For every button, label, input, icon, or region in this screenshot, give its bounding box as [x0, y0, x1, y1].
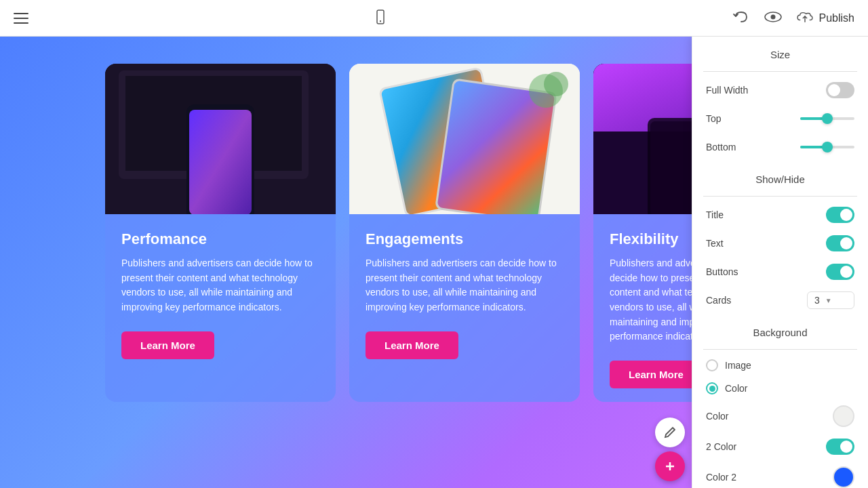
top-slider[interactable]: [800, 117, 854, 120]
size-divider: [703, 71, 857, 72]
undo-icon[interactable]: [732, 9, 750, 27]
svg-rect-9: [189, 110, 252, 214]
card-2-title: Engagements: [366, 230, 564, 248]
color2-row: Color 2: [692, 461, 868, 488]
full-width-row: Full Width: [692, 76, 868, 104]
cards-dropdown[interactable]: 3 ▼: [807, 291, 854, 309]
buttons-label: Buttons: [706, 266, 738, 277]
bg-image-radio[interactable]: [706, 359, 718, 371]
publish-button[interactable]: Publish: [796, 10, 854, 26]
two-color-row: 2 Color: [692, 432, 868, 461]
card-2-learn-more[interactable]: Learn More: [366, 331, 458, 359]
buttons-toggle[interactable]: [826, 264, 854, 280]
card-3-learn-more[interactable]: Learn More: [610, 361, 703, 388]
card-2-body: Engagements Publishers and advertisers c…: [349, 214, 580, 373]
add-fab[interactable]: [655, 451, 685, 481]
top-slider-thumb[interactable]: [822, 113, 833, 124]
bg-image-row[interactable]: Image: [692, 354, 868, 377]
two-color-toggle-thumb: [840, 441, 852, 453]
size-section-title: Size: [692, 37, 868, 67]
background-divider: [703, 349, 857, 350]
bg-image-label: Image: [725, 360, 751, 371]
color2-swatch[interactable]: [833, 466, 854, 488]
text-toggle-thumb: [840, 237, 852, 249]
background-section-title: Background: [692, 314, 868, 345]
card-2-image: [349, 64, 580, 214]
side-panel: Size Full Width Top Bottom Show/Hide: [692, 37, 868, 488]
card-1-image: [105, 64, 336, 214]
top-label: Top: [706, 113, 722, 124]
full-width-toggle[interactable]: [826, 82, 854, 98]
svg-point-3: [770, 14, 775, 19]
canvas: Perfomance Publishers and advertisers ca…: [0, 37, 868, 488]
cards-label: Cards: [706, 295, 731, 306]
bottom-slider[interactable]: [800, 146, 854, 148]
card-2-text: Publishers and advertisers can decide ho…: [366, 256, 564, 315]
bg-color-radio[interactable]: [706, 382, 718, 394]
bg-color-label: Color: [725, 383, 747, 394]
card-1: Perfomance Publishers and advertisers ca…: [105, 64, 336, 402]
text-toggle[interactable]: [826, 235, 854, 251]
title-toggle-thumb: [840, 209, 852, 221]
showhide-section-title: Show/Hide: [692, 161, 868, 192]
title-toggle[interactable]: [826, 207, 854, 223]
buttons-row: Buttons: [692, 258, 868, 286]
color-label: Color: [706, 411, 728, 422]
publish-label: Publish: [819, 12, 854, 24]
preview-icon[interactable]: [764, 9, 783, 27]
title-row: Title: [692, 201, 868, 229]
color-swatch[interactable]: [833, 405, 854, 427]
bottom-row: Bottom: [692, 133, 868, 161]
text-label: Text: [706, 238, 724, 249]
two-color-toggle[interactable]: [826, 439, 854, 455]
text-row: Text: [692, 229, 868, 258]
svg-point-16: [544, 72, 568, 96]
toggle-thumb: [828, 84, 840, 96]
full-width-label: Full Width: [706, 85, 748, 96]
bottom-label: Bottom: [706, 142, 736, 152]
top-row: Top: [692, 104, 868, 133]
showhide-divider: [703, 196, 857, 197]
card-1-text: Publishers and advertisers can decide ho…: [121, 256, 319, 315]
topbar: Publish: [0, 0, 868, 37]
topbar-right: Publish: [732, 9, 854, 27]
color-row: Color: [692, 400, 868, 432]
title-label: Title: [706, 209, 724, 220]
bg-color-row[interactable]: Color: [692, 377, 868, 400]
phone-icon[interactable]: [372, 9, 389, 28]
topbar-center: [372, 9, 389, 28]
bg-color-radio-inner: [709, 386, 715, 392]
cards-row: Cards 3 ▼: [692, 286, 868, 314]
card-2: Engagements Publishers and advertisers c…: [349, 64, 580, 402]
two-color-label: 2 Color: [706, 441, 736, 452]
card-1-body: Perfomance Publishers and advertisers ca…: [105, 214, 336, 373]
cards-dropdown-value: 3: [814, 295, 820, 306]
card-1-title: Perfomance: [121, 230, 319, 248]
cards-dropdown-arrow: ▼: [825, 297, 832, 304]
menu-icon[interactable]: [14, 13, 28, 24]
color2-label: Color 2: [706, 472, 736, 483]
topbar-left: [14, 13, 28, 24]
cloud-upload-icon: [796, 10, 814, 26]
edit-fab[interactable]: [655, 418, 685, 447]
buttons-toggle-thumb: [840, 266, 852, 278]
bottom-slider-thumb[interactable]: [822, 142, 833, 152]
card-1-learn-more[interactable]: Learn More: [121, 331, 214, 359]
